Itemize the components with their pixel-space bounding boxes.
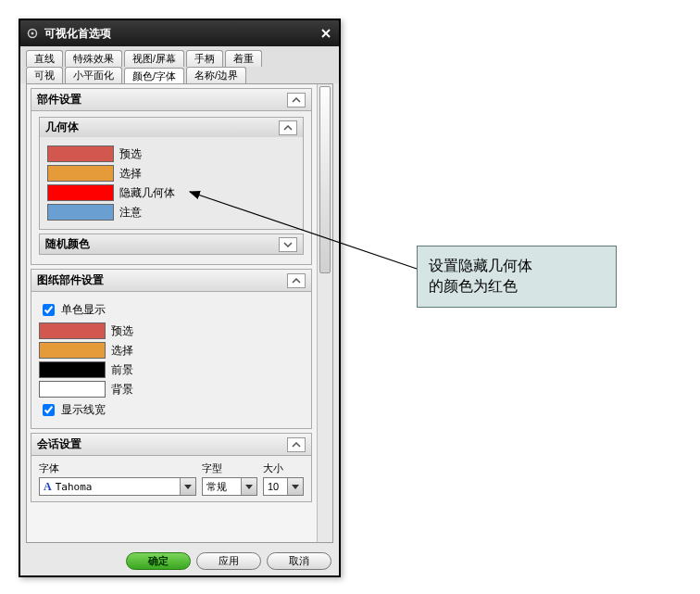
cancel-button[interactable]: 取消 xyxy=(267,552,331,570)
checkbox-linewidth[interactable] xyxy=(43,404,55,416)
gear-icon xyxy=(26,27,39,40)
titlebar[interactable]: 可视化首选项 xyxy=(20,20,339,46)
color-row-hidden-geometry: 隐藏几何体 xyxy=(47,184,295,201)
label-size: 大小 xyxy=(263,461,304,475)
combo-size[interactable]: 10 xyxy=(263,477,304,496)
combo-style-value: 常规 xyxy=(206,480,241,494)
group-title: 图纸部件设置 xyxy=(37,272,104,288)
label-attention: 注意 xyxy=(119,205,142,221)
chevron-up-icon[interactable] xyxy=(279,120,297,135)
group-part-settings: 部件设置 几何体 xyxy=(31,88,312,265)
group-title: 会话设置 xyxy=(37,436,81,452)
button-bar: 确定 应用 取消 xyxy=(20,547,339,575)
subgroup-random-color: 随机颜色 xyxy=(39,234,304,255)
color-row-d-select: 选择 xyxy=(39,342,304,359)
tab-view-screen[interactable]: 视图/屏幕 xyxy=(124,50,184,67)
label-d-preselect: 预选 xyxy=(111,323,133,339)
subgroup-header-geometry[interactable]: 几何体 xyxy=(40,118,303,137)
tab-color-font[interactable]: 颜色/字体 xyxy=(124,68,184,84)
tabs-container: 直线 特殊效果 视图/屏幕 手柄 着重 可视 小平面化 颜色/字体 名称/边界 xyxy=(20,46,339,83)
subgroup-geometry: 几何体 预选 选择 xyxy=(39,117,304,230)
label-select: 选择 xyxy=(119,166,142,182)
swatch-hidden-geometry[interactable] xyxy=(47,184,114,201)
color-row-attention: 注意 xyxy=(47,204,295,221)
svg-marker-4 xyxy=(184,485,192,489)
subgroup-title: 随机颜色 xyxy=(45,236,90,252)
label-d-background: 背景 xyxy=(111,382,133,398)
color-row-preselect: 预选 xyxy=(47,145,295,162)
label-linewidth: 显示线宽 xyxy=(61,402,106,418)
checkbox-monochrome[interactable] xyxy=(43,304,55,316)
svg-marker-6 xyxy=(292,485,299,489)
chevron-down-icon[interactable] xyxy=(279,237,297,252)
svg-point-1 xyxy=(31,32,34,35)
svg-marker-5 xyxy=(245,485,253,489)
combo-font[interactable]: A Tahoma xyxy=(39,477,196,496)
chevron-up-icon[interactable] xyxy=(287,93,306,107)
label-preselect: 预选 xyxy=(119,146,142,162)
label-monochrome: 单色显示 xyxy=(61,302,106,318)
color-row-d-foreground: 前景 xyxy=(39,361,304,378)
swatch-d-foreground[interactable] xyxy=(39,361,106,378)
window-title: 可视化首选项 xyxy=(44,26,319,42)
close-icon xyxy=(321,29,331,38)
close-button[interactable] xyxy=(319,26,333,41)
combo-font-value: Tahoma xyxy=(56,481,180,493)
callout-line2: 的颜色为红色 xyxy=(429,276,605,297)
tab-handle[interactable]: 手柄 xyxy=(186,50,223,67)
swatch-preselect[interactable] xyxy=(47,145,114,162)
chevron-down-icon xyxy=(245,485,253,489)
scrollbar[interactable] xyxy=(317,84,332,542)
chevron-down-icon xyxy=(184,485,192,489)
label-font: 字体 xyxy=(39,461,196,475)
scrollbar-thumb[interactable] xyxy=(319,86,331,273)
swatch-select[interactable] xyxy=(47,165,114,182)
chevron-down-icon xyxy=(292,485,299,489)
tab-line[interactable]: 直线 xyxy=(26,50,63,67)
label-d-foreground: 前景 xyxy=(111,362,133,378)
dropdown-button[interactable] xyxy=(287,478,303,495)
swatch-attention[interactable] xyxy=(47,204,114,221)
check-monochrome: 单色显示 xyxy=(39,301,304,319)
swatch-d-select[interactable] xyxy=(39,342,106,359)
tab-visible[interactable]: 可视 xyxy=(26,67,63,83)
group-header-session[interactable]: 会话设置 xyxy=(31,434,311,456)
tab-name-boundary[interactable]: 名称/边界 xyxy=(186,67,246,83)
chevron-up-icon[interactable] xyxy=(287,273,306,288)
tab-row-1: 直线 特殊效果 视图/屏幕 手柄 着重 xyxy=(26,50,333,67)
font-a-icon: A xyxy=(44,480,52,494)
dropdown-button[interactable] xyxy=(180,478,195,495)
chevron-up-icon[interactable] xyxy=(287,437,306,452)
combo-size-value: 10 xyxy=(268,481,287,492)
tab-special-effects[interactable]: 特殊效果 xyxy=(65,50,122,67)
label-style: 字型 xyxy=(202,461,257,475)
check-linewidth: 显示线宽 xyxy=(39,401,304,419)
tab-emphasis[interactable]: 着重 xyxy=(225,50,262,67)
combo-style[interactable]: 常规 xyxy=(202,477,257,496)
subgroup-title: 几何体 xyxy=(45,120,79,135)
subgroup-header-random-color[interactable]: 随机颜色 xyxy=(40,234,303,254)
callout-line1: 设置隐藏几何体 xyxy=(429,256,605,276)
label-d-select: 选择 xyxy=(111,343,133,359)
font-row: 字体 A Tahoma 字型 xyxy=(39,461,304,496)
tab-facet[interactable]: 小平面化 xyxy=(65,67,122,83)
swatch-d-preselect[interactable] xyxy=(39,322,106,339)
group-session: 会话设置 字体 A Tahoma xyxy=(31,433,312,502)
label-hidden-geometry: 隐藏几何体 xyxy=(119,185,175,201)
callout-annotation: 设置隐藏几何体 的颜色为红色 xyxy=(417,246,617,308)
apply-button[interactable]: 应用 xyxy=(196,552,261,570)
dropdown-button[interactable] xyxy=(241,478,256,495)
group-drawing-part-settings: 图纸部件设置 单色显示 预选 选择 xyxy=(31,269,312,429)
group-header-part-settings[interactable]: 部件设置 xyxy=(31,89,311,111)
swatch-d-background[interactable] xyxy=(39,381,106,398)
content-pane: 部件设置 几何体 xyxy=(26,83,333,543)
group-header-drawing[interactable]: 图纸部件设置 xyxy=(31,270,311,292)
color-row-d-background: 背景 xyxy=(39,381,304,398)
group-title: 部件设置 xyxy=(37,92,81,107)
ok-button[interactable]: 确定 xyxy=(126,552,191,570)
tab-row-2: 可视 小平面化 颜色/字体 名称/边界 xyxy=(26,67,333,83)
color-row-d-preselect: 预选 xyxy=(39,322,304,339)
visualization-preferences-dialog: 可视化首选项 直线 特殊效果 视图/屏幕 手柄 着重 可视 小平面化 颜色/字体… xyxy=(19,19,341,577)
geometry-body: 预选 选择 隐藏几何体 xyxy=(40,137,303,229)
color-row-select: 选择 xyxy=(47,165,295,182)
